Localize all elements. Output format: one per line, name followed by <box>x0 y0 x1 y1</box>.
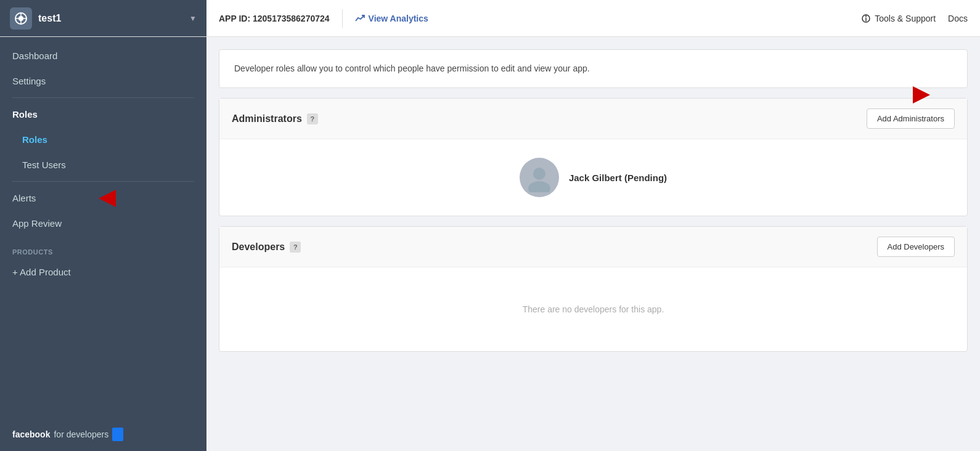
user-item: Jack Gilbert (Pending) <box>520 158 667 197</box>
developers-section: Developers ? Add Developers There are no… <box>219 226 968 352</box>
developers-header: Developers ? Add Developers <box>219 227 967 267</box>
sidebar-item-add-product[interactable]: + Add Product <box>0 259 206 285</box>
svg-point-7 <box>533 168 545 180</box>
add-developers-button[interactable]: Add Developers <box>877 237 955 257</box>
facebook-logo-text: facebook <box>12 429 50 439</box>
info-box: Developer roles allow you to control whi… <box>219 49 968 88</box>
administrators-header: Administrators ? Add Administrators <box>219 99 967 139</box>
sidebar-footer: facebook for developers <box>0 418 206 451</box>
app-name: test1 <box>38 13 183 24</box>
avatar <box>520 158 559 197</box>
administrators-section: Administrators ? Add Administrators Jack… <box>219 98 968 216</box>
sidebar-item-roles-heading[interactable]: Roles <box>0 102 206 127</box>
docs-link[interactable]: Docs <box>948 14 968 23</box>
facebook-blue-bar <box>112 428 123 441</box>
dropdown-icon[interactable]: ▼ <box>189 14 197 23</box>
view-analytics-button[interactable]: View Analytics <box>355 14 428 23</box>
main-content: Developer roles allow you to control whi… <box>206 37 980 451</box>
annotation-arrow-left <box>99 190 116 207</box>
sidebar-item-dashboard[interactable]: Dashboard <box>0 43 206 68</box>
for-developers-text: for developers <box>54 429 108 439</box>
administrators-body: Jack Gilbert (Pending) <box>219 139 967 216</box>
sidebar-item-test-users[interactable]: Test Users <box>0 152 206 177</box>
no-developers-text: There are no developers for this app. <box>504 286 683 333</box>
sidebar-item-settings[interactable]: Settings <box>0 68 206 94</box>
user-name: Jack Gilbert (Pending) <box>569 173 667 183</box>
app-icon <box>10 7 32 30</box>
add-administrators-button[interactable]: Add Administrators <box>867 108 955 129</box>
svg-point-8 <box>528 181 550 192</box>
app-brand: test1 ▼ <box>0 0 206 37</box>
developers-title: Developers ? <box>232 242 301 253</box>
sidebar: Dashboard Settings Roles Roles Test User… <box>0 37 206 451</box>
developers-help-badge[interactable]: ? <box>290 242 301 253</box>
developers-body: There are no developers for this app. <box>219 267 967 351</box>
header-main: APP ID: 1205173586270724 View Analytics … <box>206 0 980 37</box>
tools-support-button[interactable]: Tools & Support <box>861 14 936 23</box>
products-section-title: PRODUCTS <box>0 236 206 259</box>
sidebar-item-roles[interactable]: Roles <box>0 127 206 152</box>
administrators-help-badge[interactable]: ? <box>307 113 318 124</box>
app-id: APP ID: 1205173586270724 <box>219 14 330 23</box>
administrators-title: Administrators ? <box>232 113 318 124</box>
sidebar-item-app-review[interactable]: App Review <box>0 211 206 236</box>
annotation-arrow-right <box>913 86 930 104</box>
